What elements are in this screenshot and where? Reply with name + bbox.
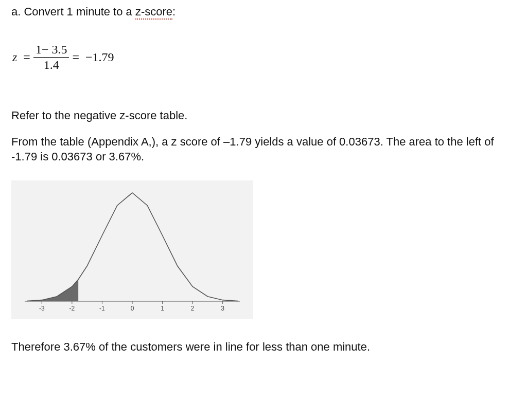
x-tick-label: 0 [131, 305, 134, 312]
x-tick-label: 2 [191, 305, 195, 312]
formula-result: −1.79 [85, 50, 114, 64]
formula-fraction: 1− 3.5 1.4 [33, 43, 69, 71]
normal-curve [27, 193, 238, 301]
formula-denominator: 1.4 [42, 58, 61, 71]
chart-svg: -3-2-10123 [11, 180, 253, 319]
zscore-formula: z = 1− 3.5 1.4 = −1.79 [12, 43, 516, 71]
heading-prefix: a. Convert 1 minute to a [11, 5, 135, 18]
x-tick-label: 1 [161, 305, 164, 312]
x-tick-label: -1 [99, 305, 105, 312]
x-tick-label: -3 [39, 305, 45, 312]
heading-zscore: z-score [135, 5, 172, 20]
formula-eq2: = [72, 50, 79, 64]
para-refer: Refer to the negative z-score table. [11, 108, 516, 123]
conclusion: Therefore 3.67% of the customers were in… [11, 340, 516, 355]
heading-suffix: : [172, 5, 175, 18]
formula-numerator: 1− 3.5 [33, 43, 69, 58]
para-from: From the table (Appendix A,), a z score … [11, 135, 516, 164]
heading: a. Convert 1 minute to a z-score: [11, 5, 516, 19]
x-tick-label: 3 [221, 305, 224, 312]
formula-eq1: = [23, 50, 30, 64]
shaded-area [27, 280, 78, 302]
formula-z: z [12, 50, 17, 64]
x-tick-label: -2 [69, 305, 75, 312]
normal-curve-chart: -3-2-10123 [11, 180, 253, 319]
